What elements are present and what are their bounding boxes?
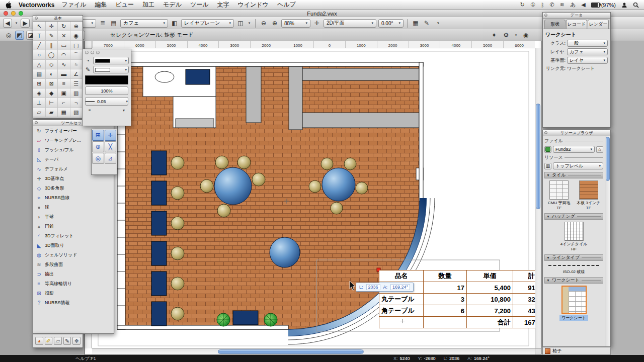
- quick-tool-button[interactable]: ✐: [45, 337, 53, 345]
- tool-icon[interactable]: ✛: [46, 22, 58, 31]
- snap-button[interactable]: ⊿: [105, 153, 117, 164]
- attribute-dropdown-icon[interactable]: ▾: [123, 108, 125, 113]
- apple-menu-icon[interactable]: [5, 1, 12, 9]
- palette-zoom-button[interactable]: [96, 51, 100, 54]
- tool-icon[interactable]: ⊞: [33, 79, 46, 88]
- menu-item[interactable]: 加工: [142, 1, 154, 9]
- symbol-bar[interactable]: 椅子: [542, 347, 611, 355]
- menubar-status-icon[interactable]: ①: [530, 1, 535, 9]
- tool-icon[interactable]: ⊕: [70, 22, 83, 31]
- view-mode-dropdown[interactable]: 2D/平面▾: [324, 19, 376, 28]
- quick-tool-button[interactable]: ▱: [54, 337, 62, 345]
- section-header-tiles[interactable]: ▼タイル: [544, 172, 603, 178]
- info-tab[interactable]: レコード: [566, 20, 587, 29]
- fill-color-dropdown[interactable]: ▾: [93, 57, 129, 64]
- snap-button[interactable]: ◎: [92, 153, 104, 164]
- tool-icon[interactable]: ◐: [46, 69, 58, 79]
- pan-icon[interactable]: ✛: [312, 19, 321, 28]
- resource-item-selected[interactable]: ワークシート: [556, 286, 592, 321]
- plane-dropdown[interactable]: レイヤプレーン▾: [181, 19, 234, 28]
- menu-item[interactable]: ツール: [190, 1, 209, 9]
- grid-icon[interactable]: ▦: [411, 19, 420, 28]
- forward-button[interactable]: ▶: [21, 19, 30, 28]
- flash-icon[interactable]: ✦: [490, 31, 499, 40]
- line-weight-dropdown[interactable]: 0.05▾: [85, 97, 128, 106]
- tool-icon[interactable]: ◇: [46, 60, 58, 69]
- quick-tool-button[interactable]: ◕: [35, 337, 43, 345]
- tool-icon[interactable]: ▭: [58, 41, 70, 50]
- section-header-linetypes[interactable]: ▼ラインタイプ: [544, 254, 603, 261]
- toolset-item[interactable]: ◇ 3D多角形: [33, 184, 114, 193]
- zoom-dropdown[interactable]: 88%▾: [281, 19, 310, 28]
- zoom-in-icon[interactable]: ⊕: [270, 19, 279, 28]
- tool-icon[interactable]: ◠: [58, 50, 70, 60]
- tool-icon[interactable]: ≈: [70, 60, 83, 69]
- selection-mode-a-button[interactable]: ◩: [15, 31, 24, 40]
- snap-button[interactable]: ⊕: [92, 141, 104, 152]
- menu-item[interactable]: ファイル: [61, 1, 86, 9]
- file-dropdown[interactable]: Funda2▾: [553, 146, 595, 153]
- tool-icon[interactable]: ∿: [58, 60, 70, 69]
- tool-icon[interactable]: ◆: [46, 88, 58, 98]
- gear-icon[interactable]: ⚙: [502, 31, 511, 40]
- menu-item[interactable]: ヘルプ: [277, 1, 296, 9]
- menubar-status-icon[interactable]: ✆: [549, 1, 554, 9]
- plane-dropdown[interactable]: レイヤ▾: [567, 57, 608, 64]
- tool-icon[interactable]: ▧: [70, 108, 83, 117]
- linetype-sample[interactable]: [544, 262, 603, 268]
- tool-icon[interactable]: T: [33, 31, 46, 41]
- tool-icon[interactable]: ▢: [70, 41, 83, 50]
- palette-close-button[interactable]: [544, 131, 547, 134]
- toolset-item[interactable]: ≈ NURBS曲線: [33, 193, 114, 203]
- folder-dropdown[interactable]: トップレベル▾: [553, 162, 603, 169]
- menu-item[interactable]: 文字: [217, 1, 229, 9]
- tool-icon[interactable]: ⊠: [46, 79, 58, 88]
- tool-icon[interactable]: ╱: [33, 41, 46, 50]
- tool-icon[interactable]: ∥: [46, 41, 58, 50]
- zoom-out-icon[interactable]: ⊖: [259, 19, 268, 28]
- tool-icon[interactable]: ↖: [33, 22, 46, 31]
- palette-titlebar[interactable]: 基本: [33, 16, 83, 22]
- section-header-hatches[interactable]: ▼ハッチング: [544, 213, 603, 220]
- menu-item[interactable]: モデル: [163, 1, 182, 9]
- menubar-status-icon[interactable]: あ: [570, 1, 576, 9]
- tool-icon[interactable]: ✕: [58, 31, 70, 41]
- plane-icon[interactable]: ◧: [170, 19, 179, 28]
- battery-icon[interactable]: (97%): [591, 2, 616, 8]
- pen-color-dropdown[interactable]: ▾: [93, 66, 129, 73]
- save-view-icon[interactable]: ◫: [236, 19, 245, 28]
- toolset-item[interactable]: ▲ 円錐: [33, 222, 114, 231]
- class-options-icon[interactable]: ≣: [98, 19, 107, 28]
- snap-button[interactable]: ✛: [105, 130, 117, 141]
- tool-icon[interactable]: ○: [33, 50, 46, 60]
- vertical-scrollbar[interactable]: [535, 48, 541, 348]
- palette-close-button[interactable]: [35, 17, 38, 20]
- tool-icon[interactable]: ∠: [70, 69, 83, 79]
- horizontal-scrollbar[interactable]: [92, 348, 535, 354]
- toolset-item[interactable]: ◍ シェルソリッド: [33, 250, 114, 260]
- layer-dropdown[interactable]: カフェ▾: [120, 19, 168, 28]
- toolset-item[interactable]: ⊠ 投影: [33, 289, 114, 298]
- tool-icon[interactable]: ⌒: [70, 50, 83, 60]
- toolset-item[interactable]: ≋ 多段曲面: [33, 260, 114, 269]
- layer-dropdown[interactable]: カフェ▾: [567, 48, 608, 55]
- toolset-item[interactable]: ? NURBS情報: [33, 298, 114, 308]
- tool-icon[interactable]: ⌐: [58, 98, 70, 108]
- tool-icon[interactable]: ◯: [46, 50, 58, 60]
- gear-dropdown[interactable]: ▾: [514, 31, 518, 40]
- toolset-item[interactable]: ◜ 3Dフィレット: [33, 231, 114, 241]
- resource-item[interactable]: 木板 3インチTF: [575, 180, 603, 211]
- palette-close-button[interactable]: [35, 121, 38, 124]
- toolset-item[interactable]: ⊃ 抽出: [33, 269, 114, 279]
- opacity-dropdown[interactable]: 100%: [85, 86, 128, 95]
- rotation-angle-box[interactable]: 0.00°▾: [378, 19, 404, 28]
- user-menu-icon[interactable]: [621, 2, 627, 8]
- menubar-status-icon[interactable]: ᛒ: [541, 1, 544, 9]
- eye-icon[interactable]: ◉: [521, 31, 530, 40]
- tool-icon[interactable]: ¬: [70, 98, 83, 108]
- snap-button[interactable]: ⊞: [92, 130, 104, 141]
- tool-icon[interactable]: ▬: [58, 69, 70, 79]
- tool-icon[interactable]: ☰: [70, 79, 83, 88]
- layers-icon[interactable]: ▤: [109, 19, 118, 28]
- toolset-item[interactable]: ● 球: [33, 203, 114, 212]
